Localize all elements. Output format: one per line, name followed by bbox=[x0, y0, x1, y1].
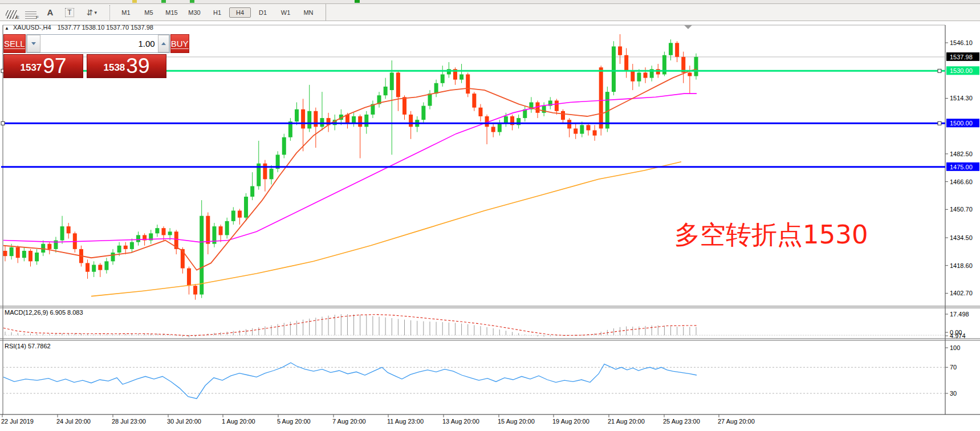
rsi-axis-label: 100 bbox=[950, 344, 960, 351]
svg-text:1546.10: 1546.10 bbox=[950, 39, 973, 46]
toolbar-separator bbox=[109, 5, 110, 20]
svg-text:1482.50: 1482.50 bbox=[950, 151, 973, 157]
time-axis-label: 28 Jul 23:00 bbox=[112, 418, 146, 425]
channel-hatch-glyph bbox=[6, 10, 17, 19]
time-axis-label: 5 Aug 20:00 bbox=[277, 418, 311, 425]
toolbar-group-divider bbox=[326, 4, 326, 21]
timeframe-button-H1[interactable]: H1 bbox=[206, 7, 228, 18]
chart-text-annotation[interactable]: 多空转折点1530 bbox=[674, 218, 868, 252]
rsi-indicator-label: RSI(14) 57.7862 bbox=[5, 343, 51, 349]
blue-level-1475-badge: 1475.00 bbox=[946, 162, 979, 171]
svg-text:1434.50: 1434.50 bbox=[950, 234, 973, 241]
time-axis-label: 7 Aug 20:00 bbox=[332, 418, 366, 425]
chrome-bit-green-2 bbox=[190, 0, 194, 3]
time-axis-label: 25 Aug 23:00 bbox=[663, 418, 700, 425]
svg-text:1537.98: 1537.98 bbox=[950, 54, 973, 60]
triangle-up-icon bbox=[161, 42, 166, 45]
fibonacci-grid-icon[interactable]: F bbox=[23, 6, 39, 19]
time-axis-label: 13 Aug 20:00 bbox=[442, 418, 479, 425]
timeframe-button-M1[interactable]: M1 bbox=[115, 7, 137, 18]
volume-input[interactable] bbox=[40, 35, 158, 52]
svg-text:1475.00: 1475.00 bbox=[950, 164, 973, 170]
chart-symbol-label: XAUUSD-,H4 bbox=[13, 24, 51, 31]
chart-ohlc-values: 1537.77 1538.10 1537.70 1537.98 bbox=[58, 24, 153, 31]
svg-text:1530.00: 1530.00 bbox=[950, 67, 973, 74]
time-axis-label: 21 Aug 20:00 bbox=[608, 418, 645, 425]
text-label-icon[interactable]: T bbox=[62, 6, 78, 19]
buy-price-box[interactable]: 1538 39 bbox=[87, 54, 166, 78]
blue-level-1500-badge: 1500.00 bbox=[946, 119, 979, 127]
chrome-bit-yellow bbox=[132, 0, 137, 3]
volume-decrement-button[interactable] bbox=[27, 35, 40, 52]
svg-text:1402.70: 1402.70 bbox=[950, 290, 973, 296]
volume-spinner bbox=[26, 34, 170, 53]
time-axis-label: 22 Jul 2019 bbox=[1, 418, 34, 425]
timeframe-button-M5[interactable]: M5 bbox=[138, 7, 160, 18]
macd-indicator-label: MACD(12,26,9) 6.905 8.083 bbox=[5, 309, 83, 316]
grid-glyph bbox=[25, 11, 36, 19]
current-price-badge: 1537.98 bbox=[946, 52, 979, 61]
time-axis-label: 15 Aug 20:00 bbox=[498, 418, 535, 425]
time-axis-label: 19 Aug 20:00 bbox=[552, 418, 589, 425]
equidistant-channel-icon[interactable]: E bbox=[3, 6, 19, 19]
svg-text:1450.70: 1450.70 bbox=[950, 206, 973, 213]
macd-axis-label: 4.974 bbox=[950, 332, 966, 339]
sell-price-box[interactable]: 1537 97 bbox=[3, 54, 83, 78]
chrome-bit-green-3 bbox=[355, 0, 360, 3]
text-icon[interactable]: A bbox=[42, 6, 58, 19]
channel-sub-letter: E bbox=[17, 15, 19, 20]
timeframe-button-M30[interactable]: M30 bbox=[184, 7, 205, 18]
chart-header: ▲ XAUUSD-,H4 1537.77 1538.10 1537.70 153… bbox=[5, 24, 153, 31]
one-click-trading-panel: SELL BUY 1537 97 1538 39 bbox=[3, 34, 166, 78]
rsi-axis-label: 70 bbox=[950, 364, 957, 371]
time-axis-label: 11 Aug 23:00 bbox=[387, 418, 424, 425]
time-axis-label: 27 Aug 20:00 bbox=[718, 418, 755, 425]
timeframe-button-group: M1M5M15M30H1H4D1W1MN bbox=[115, 7, 320, 18]
time-axis-label: 24 Jul 20:00 bbox=[56, 418, 91, 425]
svg-text:1514.30: 1514.30 bbox=[950, 95, 973, 101]
collapse-triangle-icon[interactable]: ▲ bbox=[5, 26, 9, 31]
grid-sub-letter: F bbox=[36, 15, 39, 20]
svg-text:1466.60: 1466.60 bbox=[950, 178, 973, 185]
buy-price-big: 39 bbox=[126, 56, 149, 76]
time-axis-label: 30 Jul 20:00 bbox=[167, 418, 201, 425]
buy-button[interactable]: BUY bbox=[170, 34, 189, 53]
svg-text:1500.00: 1500.00 bbox=[950, 120, 973, 127]
time-axis-label: 1 Aug 20:00 bbox=[222, 418, 255, 425]
arrows-dropdown-caret[interactable]: ▾ bbox=[95, 10, 97, 15]
rsi-axis-label: 30 bbox=[950, 390, 957, 397]
chrome-bit-green-1 bbox=[161, 0, 166, 3]
volume-increment-button[interactable] bbox=[158, 35, 169, 52]
svg-text:1418.60: 1418.60 bbox=[950, 262, 973, 269]
window-chrome-sliver bbox=[0, 0, 980, 4]
timeframe-button-D1[interactable]: D1 bbox=[252, 7, 274, 18]
sell-price-small: 1537 bbox=[21, 59, 42, 76]
timeframe-button-H4[interactable]: H4 bbox=[229, 7, 251, 18]
timeframe-button-W1[interactable]: W1 bbox=[275, 7, 296, 18]
sell-button[interactable]: SELL bbox=[3, 34, 26, 53]
triangle-down-icon bbox=[31, 42, 36, 45]
timeframe-button-M15[interactable]: M15 bbox=[161, 7, 182, 18]
buy-price-small: 1538 bbox=[104, 59, 125, 76]
green-level-badge: 1530.00 bbox=[946, 66, 979, 75]
toolbar: E F A T ⇵ ▾ M1M5M15M30H1H4D1W1MN bbox=[0, 4, 980, 21]
macd-axis-label: 17.498 bbox=[950, 311, 969, 318]
arrows-icon[interactable]: ⇵ ▾ bbox=[81, 6, 103, 19]
timeframe-button-MN[interactable]: MN bbox=[298, 7, 319, 18]
sell-price-big: 97 bbox=[43, 56, 66, 76]
